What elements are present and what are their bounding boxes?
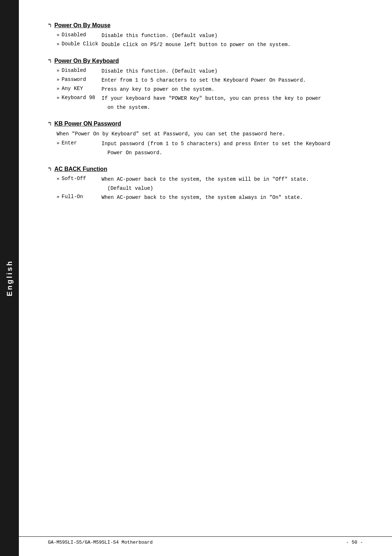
footer: GA-M59SLI-S5/GA-M59SLI-S4 Motherboard - … xyxy=(19,536,392,545)
item-desc-kb-power-on-password-0: Input password (from 1 to 5 characters) … xyxy=(102,140,363,148)
item-power-on-keyboard-0: »DisabledDisable this function. (Default… xyxy=(57,68,363,75)
item-bullet-ac-back-function-0: » xyxy=(57,176,60,181)
item-bullet-ac-back-function-1: » xyxy=(57,194,60,200)
section-title-power-on-mouse: Power On By Mouse xyxy=(54,22,111,29)
item-key-ac-back-function-0: Soft-Off xyxy=(62,176,102,181)
item-power-on-keyboard-2: »Any KEYPress any key to power on the sy… xyxy=(57,86,363,93)
item-desc-power-on-keyboard-1: Enter from 1 to 5 characters to set the … xyxy=(102,77,363,84)
section-icon-ac-back-function: ↰ xyxy=(48,165,52,173)
section-icon-power-on-mouse: ↰ xyxy=(48,22,52,29)
section-kb-power-on-password: ↰KB Power ON PasswordWhen "Power On by K… xyxy=(48,120,363,157)
item-key-power-on-keyboard-0: Disabled xyxy=(62,68,102,73)
section-title-power-on-keyboard: Power On By Keyboard xyxy=(54,58,119,64)
item-power-on-mouse-1: »Double ClickDouble click on PS/2 mouse … xyxy=(57,41,363,49)
sidebar-label: English xyxy=(5,260,14,296)
item-key-power-on-keyboard-2: Any KEY xyxy=(62,86,102,91)
section-body-power-on-mouse: »DisabledDisable this function. (Default… xyxy=(48,32,363,49)
item-bullet-kb-power-on-password-0: » xyxy=(57,140,60,146)
section-header-kb-power-on-password: ↰KB Power ON Password xyxy=(48,120,363,127)
sections-container: ↰Power On By Mouse»DisabledDisable this … xyxy=(48,22,363,210)
item-bullet-power-on-mouse-0: » xyxy=(57,32,60,38)
item-bullet-power-on-keyboard-2: » xyxy=(57,86,60,91)
item-key-power-on-mouse-0: Disabled xyxy=(62,32,102,38)
section-body-kb-power-on-password: When "Power On by Keyboard" set at Passw… xyxy=(48,130,363,157)
item-ac-back-function-1: »Full-OnWhen AC-power back to the system… xyxy=(57,194,363,201)
item-bullet-power-on-keyboard-0: » xyxy=(57,68,60,73)
item-key-power-on-keyboard-1: Password xyxy=(62,77,102,82)
section-title-ac-back-function: AC BACK Function xyxy=(54,166,107,172)
section-header-power-on-mouse: ↰Power On By Mouse xyxy=(48,22,363,29)
main-content: ↰Power On By Mouse»DisabledDisable this … xyxy=(19,0,392,556)
section-ac-back-function: ↰AC BACK Function»Soft-OffWhen AC-power … xyxy=(48,165,363,201)
item-ac-back-function-0: »Soft-OffWhen AC-power back to the syste… xyxy=(57,176,363,183)
item-kb-power-on-password-0: »EnterInput password (from 1 to 5 charac… xyxy=(57,140,363,148)
item-desc-ac-back-function-0: When AC-power back to the system, the sy… xyxy=(102,176,363,183)
item-desc-ac-back-function-1: When AC-power back to the system, the sy… xyxy=(102,194,363,201)
item-power-on-keyboard-3: »Keyboard 98If your keyboard have "POWER… xyxy=(57,95,363,102)
section-desc-kb-power-on-password: When "Power On by Keyboard" set at Passw… xyxy=(57,130,363,138)
footer-right: - 50 - xyxy=(346,540,363,545)
item-bullet-power-on-mouse-1: » xyxy=(57,41,60,47)
item-key-ac-back-function-1: Full-On xyxy=(62,194,102,200)
item-key-power-on-mouse-1: Double Click xyxy=(62,41,102,47)
section-title-kb-power-on-password: KB Power ON Password xyxy=(54,120,121,127)
section-icon-power-on-keyboard: ↰ xyxy=(48,57,52,65)
item-continuation-power-on-keyboard-3: on the system. xyxy=(99,104,363,111)
item-desc-power-on-mouse-1: Double click on PS/2 mouse left button t… xyxy=(102,41,363,49)
item-power-on-mouse-0: »DisabledDisable this function. (Default… xyxy=(57,32,363,40)
section-icon-kb-power-on-password: ↰ xyxy=(48,120,52,127)
footer-left: GA-M59SLI-S5/GA-M59SLI-S4 Motherboard xyxy=(48,540,153,545)
item-key-power-on-keyboard-3: Keyboard 98 xyxy=(62,95,102,101)
section-header-power-on-keyboard: ↰Power On By Keyboard xyxy=(48,57,363,65)
item-desc-power-on-keyboard-3: If your keyboard have "POWER Key" button… xyxy=(102,95,363,102)
item-bullet-power-on-keyboard-1: » xyxy=(57,77,60,82)
item-desc-power-on-keyboard-0: Disable this function. (Default value) xyxy=(102,68,363,75)
section-power-on-keyboard: ↰Power On By Keyboard»DisabledDisable th… xyxy=(48,57,363,111)
sidebar: English xyxy=(0,0,19,556)
section-header-ac-back-function: ↰AC BACK Function xyxy=(48,165,363,173)
item-desc-power-on-keyboard-2: Press any key to power on the system. xyxy=(102,86,363,93)
item-bullet-power-on-keyboard-3: » xyxy=(57,95,60,101)
item-continuation-ac-back-function-0: (Default value) xyxy=(99,185,363,192)
item-key-kb-power-on-password-0: Enter xyxy=(62,140,102,146)
section-power-on-mouse: ↰Power On By Mouse»DisabledDisable this … xyxy=(48,22,363,49)
section-body-ac-back-function: »Soft-OffWhen AC-power back to the syste… xyxy=(48,176,363,201)
item-continuation-kb-power-on-password-0: Power On password. xyxy=(99,149,363,157)
item-power-on-keyboard-1: »PasswordEnter from 1 to 5 characters to… xyxy=(57,77,363,84)
section-body-power-on-keyboard: »DisabledDisable this function. (Default… xyxy=(48,68,363,111)
item-desc-power-on-mouse-0: Disable this function. (Default value) xyxy=(102,32,363,40)
